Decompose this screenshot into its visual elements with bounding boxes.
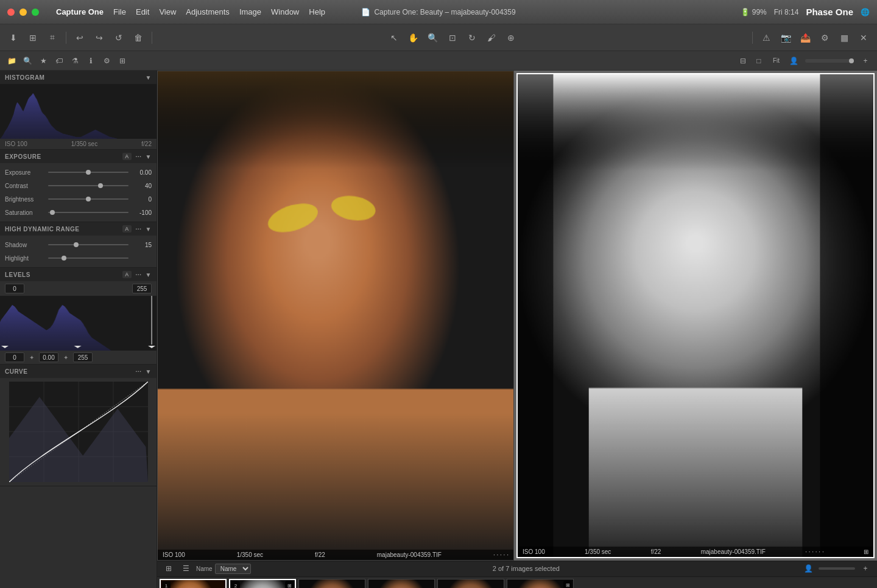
warning-button[interactable]: ⚠	[758, 29, 775, 46]
hdr-header-right: A ⋯ ▼	[122, 225, 152, 233]
menu-capture-one[interactable]: Capture One	[56, 7, 104, 16]
curve-header[interactable]: CURVE ⋯ ▼	[0, 365, 157, 378]
levels-eyedropper-mid[interactable]: ✦	[63, 354, 68, 361]
minimize-button[interactable]	[19, 9, 27, 16]
layout-button[interactable]: ▦	[836, 29, 853, 46]
filmstrip-user-icon[interactable]: 👤	[801, 562, 815, 575]
levels-eyedropper-black[interactable]: ✦	[29, 354, 34, 361]
filmstrip-zoom-slider[interactable]	[819, 567, 855, 570]
filmstrip-expand[interactable]: +	[859, 562, 872, 575]
levels-top-row	[0, 281, 157, 296]
highlight-slider-row: Highlight	[0, 251, 157, 265]
reset-button[interactable]: ↺	[110, 29, 127, 46]
grid-button[interactable]: ⊞	[24, 29, 41, 46]
rotate-tool[interactable]: ↻	[463, 29, 481, 46]
right-image-pane[interactable]: ISO 100 1/350 sec f/22 majabeauty-004359…	[516, 73, 875, 558]
brush-tool[interactable]: 🖌	[483, 29, 500, 46]
menu-file[interactable]: File	[113, 7, 126, 16]
undo-button[interactable]: ↩	[71, 29, 88, 46]
filmstrip-grid-view[interactable]: ⊞	[162, 562, 175, 575]
tb2-star[interactable]: ★	[37, 54, 50, 68]
tb2-grid[interactable]: ⊞	[116, 54, 129, 68]
zoom-thumb	[849, 58, 854, 63]
toolbar-sep-1	[66, 32, 66, 44]
exposure-track[interactable]	[48, 172, 129, 173]
zoom-slider[interactable]	[805, 59, 854, 63]
levels-mid-input[interactable]	[39, 352, 58, 362]
shadow-slider-label: Shadow	[5, 242, 44, 248]
menu-view[interactable]: View	[159, 7, 176, 16]
delete-button[interactable]: 🗑	[130, 29, 147, 46]
levels-out-white-input[interactable]	[73, 352, 93, 362]
thumb-item-3[interactable]: majabeauty-004410.TIF	[298, 579, 365, 588]
thumb-item-1[interactable]: 1 majabeauty-004359.TIF	[160, 579, 227, 588]
import-button[interactable]: ⬇	[5, 29, 22, 46]
thumb-item-4[interactable]: majabeauty-004450.TIF	[368, 579, 435, 588]
maximize-button[interactable]	[32, 9, 39, 16]
left-panel: HISTOGRAM ▼ ISO 100 1/350 sec f/22 EXPOS…	[0, 71, 157, 588]
tb2-view-split[interactable]: ⊟	[736, 54, 750, 68]
tb2-info[interactable]: ℹ	[84, 54, 97, 68]
redo-button[interactable]: ↪	[91, 29, 108, 46]
right-image-icon: ⊞	[864, 548, 868, 555]
exposure-section: EXPOSURE A ⋯ ▼ Exposure 0.00 Contrast	[0, 150, 157, 222]
thumb-item-6[interactable]: ⊞ majabeauty-004503.TIF	[507, 579, 574, 588]
tb2-view-single[interactable]: □	[752, 54, 766, 68]
pan-tool[interactable]: ✋	[405, 29, 422, 46]
heal-tool[interactable]: ⊕	[502, 29, 520, 46]
secondary-toolbar: 📁 🔍 ★ 🏷 ⚗ ℹ ⚙ ⊞ ⊟ □ Fit 👤 +	[0, 51, 877, 71]
left-image-pane[interactable]: ISO 100 1/350 sec f/22 majabeauty-004359…	[157, 71, 514, 561]
right-image-iso: ISO 100	[523, 548, 545, 555]
brightness-track[interactable]	[48, 198, 129, 200]
tb2-folder[interactable]: 📁	[5, 54, 18, 68]
exposure-auto-badge: A	[122, 153, 132, 160]
menu-edit[interactable]: Edit	[136, 7, 149, 16]
curve-header-right: ⋯ ▼	[135, 368, 152, 375]
contrast-track[interactable]	[48, 185, 129, 186]
tb2-zoom-in[interactable]: +	[859, 54, 872, 68]
highlight-track[interactable]	[48, 257, 129, 259]
menu-image[interactable]: Image	[239, 7, 261, 16]
shadow-track[interactable]	[48, 244, 129, 245]
thumb-item-2[interactable]: 2 ⊞ majabeauty-004389.TIF	[229, 579, 296, 588]
thumb2-num: 2	[231, 581, 240, 588]
zoom-tool[interactable]: 🔍	[424, 29, 442, 46]
menu-window[interactable]: Window	[271, 7, 299, 16]
tb2-zoom-person[interactable]: 👤	[787, 54, 800, 68]
tb2-filter[interactable]: ⚗	[68, 54, 82, 68]
levels-label: LEVELS	[5, 271, 30, 278]
curve-chevron-icon: ▼	[146, 368, 152, 375]
menu-adjustments[interactable]: Adjustments	[186, 7, 230, 16]
crop-button[interactable]: ⌗	[44, 29, 61, 46]
camera-button[interactable]: 📷	[777, 29, 794, 46]
wifi-icon: 🌐	[861, 8, 870, 16]
tb2-settings2[interactable]: ⚙	[100, 54, 113, 68]
crop-tool[interactable]: ⊡	[444, 29, 461, 46]
levels-out-black-input[interactable]	[5, 352, 24, 362]
export-button[interactable]: 📤	[797, 29, 814, 46]
sort-select[interactable]: Name Date Rating	[215, 564, 251, 574]
cursor-tool[interactable]: ↖	[386, 29, 403, 46]
exposure-header[interactable]: EXPOSURE A ⋯ ▼	[0, 150, 157, 163]
close-panel-button[interactable]: ✕	[855, 29, 872, 46]
levels-header[interactable]: LEVELS A ⋯ ▼	[0, 268, 157, 281]
close-button[interactable]	[7, 9, 15, 16]
hdr-sliders: Shadow 15 Highlight	[0, 236, 157, 267]
levels-black-input[interactable]	[5, 284, 24, 293]
settings-button[interactable]: ⚙	[816, 29, 833, 46]
tb2-tag[interactable]: 🏷	[52, 54, 66, 68]
main-content: HISTOGRAM ▼ ISO 100 1/350 sec f/22 EXPOS…	[0, 71, 877, 588]
thumb2-badge: ⊞	[285, 581, 294, 588]
curve-canvas[interactable]	[9, 382, 148, 482]
histogram-header[interactable]: HISTOGRAM ▼	[0, 71, 157, 84]
left-photo-canvas	[158, 71, 513, 560]
sort-control: Name Name Date Rating	[196, 564, 251, 574]
menu-help[interactable]: Help	[309, 7, 325, 16]
tb2-search[interactable]: 🔍	[21, 54, 34, 68]
saturation-track[interactable]	[48, 212, 129, 213]
filmstrip-list-view[interactable]: ☰	[179, 562, 192, 575]
curve-section: CURVE ⋯ ▼	[0, 365, 157, 486]
hdr-header[interactable]: HIGH DYNAMIC RANGE A ⋯ ▼	[0, 222, 157, 236]
levels-white-input[interactable]	[132, 284, 152, 293]
thumb-item-5[interactable]: majabeauty-004475.TIF	[437, 579, 504, 588]
